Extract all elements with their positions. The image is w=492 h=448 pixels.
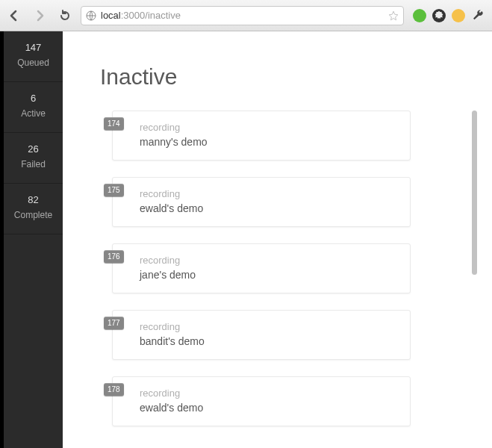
reload-button[interactable] (55, 6, 75, 25)
sidebar-item-complete[interactable]: 82 Complete (4, 184, 63, 234)
sidebar-item-label: Complete (14, 210, 52, 220)
wrench-icon[interactable] (471, 9, 485, 22)
job-type: recording (140, 388, 395, 399)
page-title: Inactive (100, 64, 455, 90)
job-id-badge: 177 (104, 317, 124, 329)
job-card[interactable]: 177 recording bandit's demo (112, 310, 411, 360)
sidebar-item-label: Active (21, 108, 46, 119)
job-card[interactable]: 174 recording manny's demo (112, 111, 411, 161)
job-id-badge: 175 (104, 184, 124, 196)
extension-icons (410, 9, 488, 22)
job-id-badge: 174 (104, 117, 124, 130)
job-card[interactable]: 178 recording ewald's demo (112, 376, 411, 426)
url-text: local:3000/inactive (101, 10, 384, 21)
app: 147 Queued 6 Active 26 Failed 82 Complet… (0, 31, 492, 448)
sidebar-item-label: Queued (17, 57, 49, 68)
job-type: recording (140, 188, 395, 199)
scrollbar[interactable] (472, 111, 477, 275)
sidebar: 147 Queued 6 Active 26 Failed 82 Complet… (0, 31, 63, 448)
browser-chrome: local:3000/inactive (0, 0, 492, 31)
job-title: jane's demo (140, 269, 395, 281)
job-id-badge: 178 (104, 383, 124, 396)
url-host: local (101, 10, 121, 21)
extension-github-icon[interactable] (432, 9, 446, 22)
sidebar-count: 82 (4, 194, 63, 205)
sidebar-item-failed[interactable]: 26 Failed (4, 133, 63, 184)
back-button[interactable] (4, 6, 24, 25)
job-type: recording (140, 321, 395, 332)
url-path: :3000/inactive (121, 10, 181, 21)
job-type: recording (140, 122, 395, 133)
job-card[interactable]: 176 recording jane's demo (112, 243, 411, 293)
job-list: 174 recording manny's demo 175 recording… (100, 111, 455, 426)
bookmark-star-icon[interactable] (388, 10, 399, 21)
job-title: ewald's demo (140, 402, 395, 414)
sidebar-count: 26 (4, 143, 63, 155)
sidebar-count: 147 (4, 42, 63, 53)
job-id-badge: 176 (104, 250, 124, 263)
sidebar-count: 6 (4, 93, 63, 104)
url-bar[interactable]: local:3000/inactive (81, 6, 404, 25)
main: Inactive 174 recording manny's demo 175 … (63, 31, 492, 448)
extension-green-icon[interactable] (413, 9, 426, 22)
job-type: recording (140, 255, 395, 266)
sidebar-item-active[interactable]: 6 Active (4, 82, 63, 133)
sidebar-item-label: Failed (21, 159, 46, 169)
extension-face-icon[interactable] (452, 9, 465, 22)
job-title: manny's demo (140, 136, 395, 148)
globe-icon (86, 10, 96, 21)
job-list-wrap: 174 recording manny's demo 175 recording… (100, 111, 455, 448)
forward-button[interactable] (30, 6, 49, 25)
sidebar-item-queued[interactable]: 147 Queued (4, 31, 63, 82)
job-title: ewald's demo (140, 202, 395, 214)
job-card[interactable]: 175 recording ewald's demo (112, 177, 411, 227)
job-title: bandit's demo (140, 335, 395, 347)
